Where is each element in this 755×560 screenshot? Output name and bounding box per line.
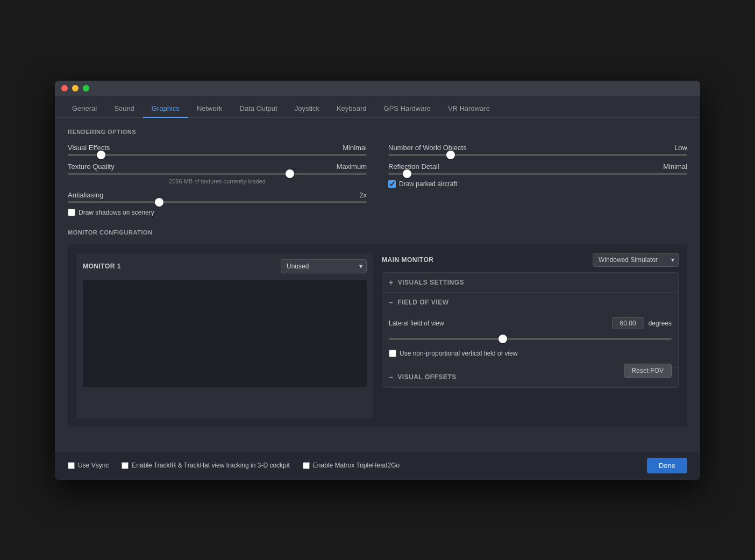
tab-joystick[interactable]: Joystick xyxy=(286,100,328,118)
draw-parked-label: Draw parked aircraft xyxy=(399,180,457,188)
right-panel-scroll[interactable]: + VISUALS SETTINGS – FIELD OF VIEW xyxy=(382,273,678,387)
visual-offsets-header[interactable]: – VISUAL OFFSETS xyxy=(382,367,624,387)
monitor1-panel: MONITOR 1 Unused Full Screen Simulator W… xyxy=(76,253,373,419)
tab-bar: General Sound Graphics Network Data Outp… xyxy=(55,96,700,118)
tab-vr-hardware[interactable]: VR Hardware xyxy=(439,100,498,118)
tab-graphics[interactable]: Graphics xyxy=(143,100,188,118)
texture-quality-slider[interactable] xyxy=(68,173,367,175)
main-monitor-panel: MAIN MONITOR Windowed Simulator Full Scr… xyxy=(382,253,679,419)
fov-header-label: FIELD OF VIEW xyxy=(397,299,448,306)
fov-header[interactable]: – FIELD OF VIEW xyxy=(382,293,678,312)
lateral-fov-input[interactable] xyxy=(612,317,644,329)
tab-network[interactable]: Network xyxy=(188,100,231,118)
main-monitor-title: MAIN MONITOR xyxy=(382,256,433,264)
lateral-fov-label: Lateral field of view xyxy=(389,320,608,327)
visuals-settings-label: VISUALS SETTINGS xyxy=(398,279,464,286)
monitor1-title: MONITOR 1 xyxy=(83,263,121,270)
non-proportional-label: Use non-proportional vertical field of v… xyxy=(400,350,517,357)
visuals-settings-section: + VISUALS SETTINGS xyxy=(382,273,678,293)
monitor-section: MONITOR CONFIGURATION MONITOR 1 Unused F… xyxy=(68,229,687,427)
world-objects-slider[interactable] xyxy=(388,154,687,156)
fov-content: Lateral field of view degrees Use non-pr… xyxy=(382,312,678,367)
tab-general[interactable]: General xyxy=(63,100,105,118)
done-button[interactable]: Done xyxy=(647,458,687,473)
matrox-label: Enable Matrox TripleHead2Go xyxy=(313,462,400,469)
visual-offsets-toggle-icon: – xyxy=(389,373,393,381)
antialiasing-row: Antialiasing 2x xyxy=(68,191,367,203)
texture-quality-row: Texture Quality Maximum 2086 MB of textu… xyxy=(68,162,367,185)
tab-gps-hardware[interactable]: GPS Hardware xyxy=(375,100,439,118)
draw-shadows-checkbox[interactable] xyxy=(68,209,75,216)
tab-keyboard[interactable]: Keyboard xyxy=(328,100,375,118)
world-objects-row: Number of World Objects Low xyxy=(388,144,687,156)
monitor1-dropdown[interactable]: Unused Full Screen Simulator Windowed Si… xyxy=(281,259,367,273)
bottom-bar: Use Vsync Enable TrackIR & TrackHat view… xyxy=(55,451,700,480)
visual-effects-slider[interactable] xyxy=(68,154,367,156)
monitor1-preview xyxy=(83,280,367,387)
right-panel: + VISUALS SETTINGS – FIELD OF VIEW xyxy=(382,272,679,388)
minimize-button[interactable] xyxy=(72,85,79,91)
antialiasing-slider[interactable] xyxy=(68,201,367,203)
main-monitor-header: MAIN MONITOR Windowed Simulator Full Scr… xyxy=(382,253,679,267)
monitor1-header: MONITOR 1 Unused Full Screen Simulator W… xyxy=(83,259,367,273)
visuals-settings-header[interactable]: + VISUALS SETTINGS xyxy=(382,273,678,292)
main-monitor-dropdown[interactable]: Windowed Simulator Full Screen Simulator… xyxy=(593,253,679,267)
lateral-fov-row: Lateral field of view degrees xyxy=(389,317,672,329)
vsync-checkbox[interactable] xyxy=(68,462,75,469)
reflection-detail-row: Reflection Detail Minimal xyxy=(388,162,687,175)
monitor1-select-wrapper: Unused Full Screen Simulator Windowed Si… xyxy=(281,259,367,273)
right-sliders: Number of World Objects Low Reflection D… xyxy=(388,144,687,216)
rendering-section: RENDERING OPTIONS Visual Effects Minimal xyxy=(68,129,687,216)
lateral-fov-slider[interactable] xyxy=(389,338,672,340)
texture-note: 2086 MB of textures currently loaded xyxy=(68,178,367,185)
close-button[interactable] xyxy=(61,85,68,91)
tab-data-output[interactable]: Data Output xyxy=(231,100,286,118)
visual-offsets-label: VISUAL OFFSETS xyxy=(397,373,456,381)
trackir-row: Enable TrackIR & TrackHat view tracking … xyxy=(122,462,289,469)
titlebar xyxy=(55,81,700,96)
left-sliders: Visual Effects Minimal Texture Quality M… xyxy=(68,144,367,216)
draw-shadows-row: Draw shadows on scenery xyxy=(68,209,367,216)
rendering-title: RENDERING OPTIONS xyxy=(68,129,687,135)
main-content: RENDERING OPTIONS Visual Effects Minimal xyxy=(55,118,700,451)
monitor-grid-area: MONITOR 1 Unused Full Screen Simulator W… xyxy=(68,244,687,427)
trackir-checkbox[interactable] xyxy=(122,462,129,469)
vsync-row: Use Vsync xyxy=(68,462,109,469)
matrox-row: Enable Matrox TripleHead2Go xyxy=(303,462,400,469)
trackir-label: Enable TrackIR & TrackHat view tracking … xyxy=(132,462,289,469)
monitor-config-title: MONITOR CONFIGURATION xyxy=(68,229,687,236)
draw-parked-row: Draw parked aircraft xyxy=(388,180,687,188)
tab-sound[interactable]: Sound xyxy=(105,100,143,118)
matrox-checkbox[interactable] xyxy=(303,462,310,469)
draw-shadows-label: Draw shadows on scenery xyxy=(79,209,154,216)
draw-parked-checkbox[interactable] xyxy=(388,180,396,188)
non-proportional-checkbox[interactable] xyxy=(389,350,396,357)
fov-toggle-icon: – xyxy=(389,298,393,307)
field-of-view-section: – FIELD OF VIEW Lateral field of view de… xyxy=(382,293,678,367)
main-window: General Sound Graphics Network Data Outp… xyxy=(55,81,700,480)
visuals-toggle-icon: + xyxy=(389,278,394,287)
visual-effects-row: Visual Effects Minimal xyxy=(68,144,367,156)
vsync-label: Use Vsync xyxy=(78,462,109,469)
lateral-fov-unit: degrees xyxy=(649,320,672,327)
reflection-detail-slider[interactable] xyxy=(388,173,687,175)
reset-fov-button[interactable]: Reset FOV xyxy=(624,364,672,378)
non-proportional-row: Use non-proportional vertical field of v… xyxy=(389,350,672,357)
maximize-button[interactable] xyxy=(83,85,89,91)
main-monitor-select-wrapper: Windowed Simulator Full Screen Simulator… xyxy=(593,253,679,267)
options-grid: Visual Effects Minimal Texture Quality M… xyxy=(68,144,687,216)
